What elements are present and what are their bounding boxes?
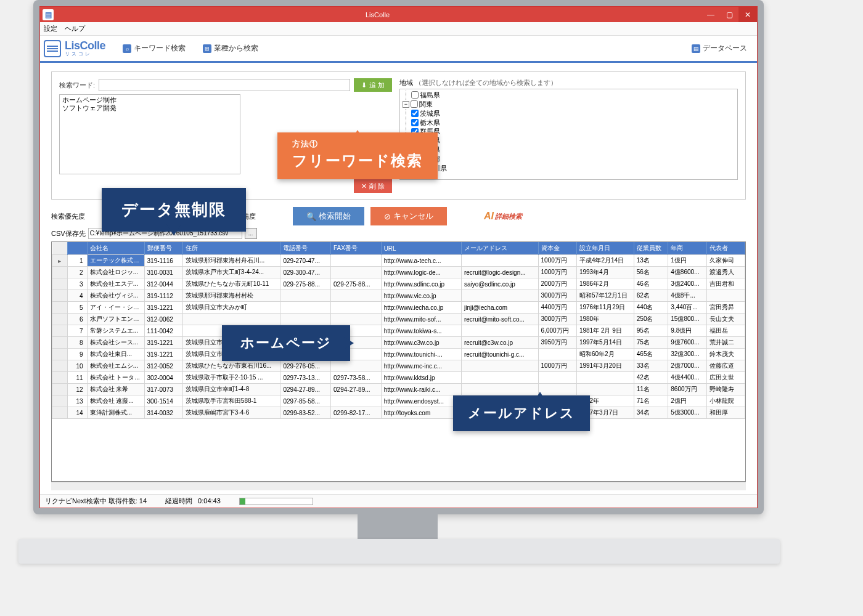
database-icon: ▤ xyxy=(692,44,700,53)
region-hint: （選択しなければ全ての地域から検索します） xyxy=(415,79,557,86)
callout-unlimited: データ無制限 xyxy=(102,188,246,232)
elapsed-label: 経過時間 xyxy=(165,497,192,505)
menubar: 設定 ヘルプ xyxy=(40,22,757,36)
csv-label: CSV保存先 xyxy=(51,229,86,238)
column-header[interactable]: 年商 xyxy=(668,242,706,255)
callout-homepage: ホームページ xyxy=(222,325,350,361)
region-checkbox[interactable] xyxy=(411,91,419,99)
status-text: リクナビNext検索中 取得件数: 14 xyxy=(45,496,147,506)
logo-main: LisColle xyxy=(65,40,105,51)
cancel-button[interactable]: ⊘ キャンセル xyxy=(370,207,447,225)
region-checkbox[interactable] xyxy=(411,100,418,108)
progress-bar xyxy=(239,498,313,505)
table-row[interactable]: 14東洋計測株式...314-0032茨城県鹿嶋市宮下3-4-60299-83-… xyxy=(52,407,745,419)
cancel-icon: ⊘ xyxy=(384,212,391,221)
table-row[interactable]: 2株式会社ロジッ...310-0031茨城県水戸市大工町3-4-24...029… xyxy=(52,267,745,278)
table-row[interactable]: 4株式会社ヴィジ...319-1112茨城県那珂郡東海村村松http://www… xyxy=(52,290,745,302)
delete-keyword-button[interactable]: ✕ 削 除 xyxy=(354,179,392,193)
search-word-label: 検索ワード: xyxy=(59,81,95,90)
window-titlebar: ▤ LisColle — ▢ ✕ xyxy=(40,7,757,22)
add-keyword-button[interactable]: ⬇ 追 加 xyxy=(354,78,392,92)
table-row[interactable]: ▸1エーテック株式会...319-1116茨城県那珂郡東海村舟石川...029-… xyxy=(52,255,745,267)
search-priority-label: 検索優先度 xyxy=(51,212,88,221)
region-checkbox[interactable] xyxy=(411,110,419,117)
column-header[interactable]: 住所 xyxy=(182,242,280,255)
tab-keyword-search[interactable]: ⌕ キーワード検索 xyxy=(123,43,186,54)
callout-freeword: 方法① フリーワード検索 xyxy=(277,132,438,179)
table-row[interactable]: 6水戸ソフトエンジ...312-0062http://www.mito-sof.… xyxy=(52,314,745,325)
table-row[interactable]: 3株式会社エスデ...312-0044茨城県ひたちなか市元町10-11029-2… xyxy=(52,278,745,290)
region-checkbox[interactable] xyxy=(411,119,419,126)
logo-sub: リスコレ xyxy=(65,52,105,57)
table-row[interactable]: 13株式会社 遠藤...300-1514茨城県取手市宮和田588-10297-8… xyxy=(52,395,745,407)
app-logo: LisColle リスコレ xyxy=(44,40,105,57)
column-header[interactable]: URL xyxy=(381,242,461,255)
advanced-search-link[interactable]: AI 詳細検索 xyxy=(484,211,522,222)
search-word-input[interactable] xyxy=(99,79,350,91)
minimize-button[interactable]: — xyxy=(701,7,720,22)
table-row[interactable]: 11株式会社 トータ...302-0004茨城県取手市取手2-10-15 ...… xyxy=(52,372,745,384)
results-table[interactable]: 会社名郵便番号住所電話番号FAX番号URLメールアドレス資本金設立年月日従業員数… xyxy=(51,241,746,482)
column-header[interactable] xyxy=(67,242,87,255)
table-row[interactable]: 7常磐システムエ...111-0042http://www.tokiwa-s..… xyxy=(52,325,745,337)
table-row[interactable]: 10株式会社エムシ...312-0052茨城県ひたちなか市東石川16...029… xyxy=(52,360,745,372)
keywords-textarea[interactable] xyxy=(59,94,240,174)
column-header[interactable]: 電話番号 xyxy=(280,242,331,255)
maximize-button[interactable]: ▢ xyxy=(720,7,738,22)
logo-icon xyxy=(44,40,61,57)
statusbar: リクナビNext検索中 取得件数: 14 経過時間 0:04:43 xyxy=(40,494,757,508)
ai-icon: AI xyxy=(484,211,494,222)
x-icon: ✕ xyxy=(361,182,367,190)
region-label: 地域 xyxy=(399,79,413,86)
column-header[interactable]: メールアドレス xyxy=(461,242,538,255)
elapsed-time: 0:04:43 xyxy=(198,497,221,505)
start-search-button[interactable]: 🔍 検索開始 xyxy=(293,207,364,225)
table-row[interactable]: 8株式会社シース...319-1221茨城県日立市大みか町1-20...0294… xyxy=(52,337,745,349)
column-header[interactable]: 設立年月日 xyxy=(576,242,634,255)
tab-database[interactable]: ▤ データベース xyxy=(692,43,747,54)
column-header[interactable]: FAX番号 xyxy=(331,242,382,255)
browse-button[interactable]: ... xyxy=(245,228,257,239)
table-row[interactable]: 9株式会社東日...319-1221茨城県日立市大みか町4-8-...0294-… xyxy=(52,349,745,360)
column-header[interactable]: 代表者 xyxy=(706,242,745,255)
search-icon: ⌕ xyxy=(123,44,131,53)
column-header[interactable]: 会社名 xyxy=(87,242,144,255)
region-tree[interactable]: 福島県 −関東 茨城県栃木県群馬県埼玉県千葉県東京都神奈川県 +中部 xyxy=(399,89,738,180)
collapse-icon[interactable]: − xyxy=(403,101,409,108)
horizontal-scrollbar[interactable] xyxy=(51,482,746,490)
table-row[interactable]: 5アイ・イー・シー...319-1221茨城県日立市大みか町http://www… xyxy=(52,302,745,314)
menu-settings[interactable]: 設定 xyxy=(44,24,57,33)
menu-help[interactable]: ヘルプ xyxy=(65,24,85,33)
table-row[interactable]: 12株式会社 来希317-0073茨城県日立市幸町1-4-80294-27-89… xyxy=(52,384,745,395)
column-header[interactable] xyxy=(52,242,68,255)
toolbar: LisColle リスコレ ⌕ キーワード検索 ⊞ 業種から検索 ▤ データベー… xyxy=(40,36,757,63)
download-icon: ⬇ xyxy=(361,81,367,89)
callout-mail: メールアドレス xyxy=(453,395,590,431)
close-button[interactable]: ✕ xyxy=(738,7,757,22)
app-icon: ▤ xyxy=(43,9,54,20)
column-header[interactable]: 資本金 xyxy=(538,242,576,255)
column-header[interactable]: 従業員数 xyxy=(634,242,668,255)
column-header[interactable]: 郵便番号 xyxy=(144,242,182,255)
search-icon: 🔍 xyxy=(306,212,316,221)
tab-industry-search[interactable]: ⊞ 業種から検索 xyxy=(203,43,258,54)
window-title: LisColle xyxy=(54,11,701,18)
grid-icon: ⊞ xyxy=(203,44,211,53)
